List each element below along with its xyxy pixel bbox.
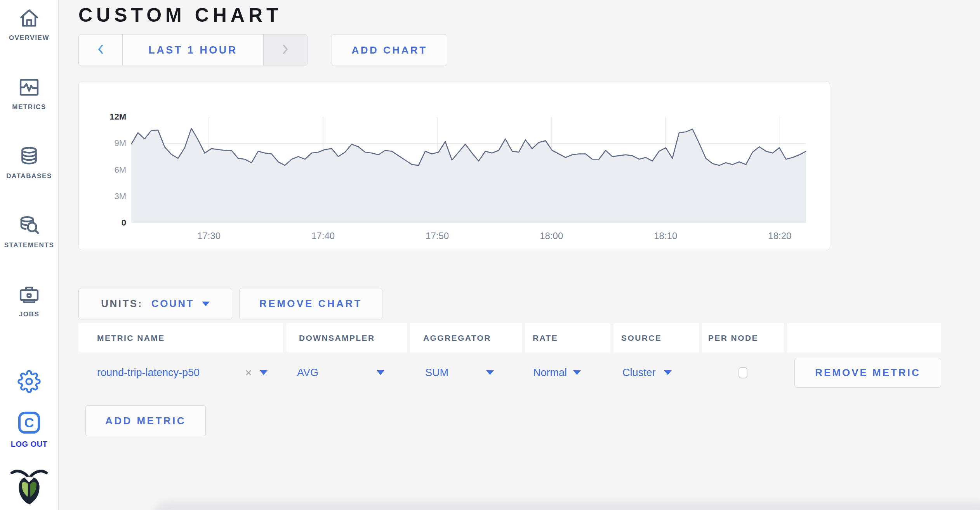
sidebar-item-label: STATEMENTS <box>4 241 54 249</box>
x-axis-tick: 18:20 <box>768 231 791 241</box>
sidebar-item-label: DATABASES <box>6 172 52 180</box>
sidebar-item-jobs[interactable]: JOBS <box>0 283 58 318</box>
metrics-icon <box>17 75 41 99</box>
sidebar: OVERVIEW METRICS DATABASES <box>0 0 59 510</box>
chevron-left-icon <box>96 42 105 59</box>
briefcase-icon <box>17 283 41 307</box>
units-value: COUNT <box>151 298 194 310</box>
sidebar-item-label: METRICS <box>12 103 46 111</box>
time-range-next-button[interactable] <box>263 35 307 66</box>
x-axis-tick: 17:40 <box>311 231 335 241</box>
remove-metric-button[interactable]: REMOVE METRIC <box>794 358 941 388</box>
caret-down-icon <box>260 370 268 375</box>
y-axis-tick: 3M <box>114 192 126 201</box>
units-label: UNITS: <box>101 298 143 310</box>
column-header-source: SOURCE <box>613 323 699 352</box>
sidebar-item-metrics[interactable]: METRICS <box>0 75 58 111</box>
time-range-prev-button[interactable] <box>79 35 123 66</box>
sidebar-item-label: OVERVIEW <box>9 34 49 42</box>
x-axis-tick: 18:10 <box>654 231 677 241</box>
logout-label: LOG OUT <box>11 440 48 449</box>
caret-down-icon <box>202 302 210 306</box>
add-metric-button[interactable]: ADD METRIC <box>85 405 206 436</box>
per-node-checkbox[interactable] <box>738 367 747 378</box>
aggregator-select[interactable]: SUM <box>410 352 522 393</box>
caret-down-icon <box>486 370 494 375</box>
x-axis-tick: 17:30 <box>197 231 221 241</box>
clear-metric-icon[interactable]: × <box>245 367 252 379</box>
chart-x-axis: 17:3017:4017:5018:0018:1018:20 <box>131 228 806 241</box>
sidebar-item-overview[interactable]: OVERVIEW <box>0 6 58 42</box>
settings-button[interactable] <box>17 370 41 395</box>
main-content: CUSTOM CHART LAST 1 HOUR ADD CHART <box>59 0 980 510</box>
chart-y-axis: 03M6M9M12M <box>79 117 126 223</box>
metric-name-select[interactable]: round-trip-latency-p50 <box>97 367 200 379</box>
column-header-per-node: PER NODE <box>702 323 784 352</box>
metrics-table: METRIC NAME DOWNSAMPLER AGGREGATOR RATE … <box>78 323 941 393</box>
add-chart-button[interactable]: ADD CHART <box>332 34 447 66</box>
column-header-downsampler: DOWNSAMPLER <box>286 323 407 352</box>
metrics-table-header: METRIC NAME DOWNSAMPLER AGGREGATOR RATE … <box>78 323 941 352</box>
sidebar-item-statements[interactable]: STATEMENTS <box>0 213 58 249</box>
y-axis-tick: 6M <box>114 166 126 174</box>
caret-down-icon <box>664 370 672 375</box>
logout-button[interactable]: C LOG OUT <box>11 410 48 449</box>
chevron-right-icon <box>281 42 290 59</box>
column-header-rate: RATE <box>525 323 610 352</box>
time-range-label[interactable]: LAST 1 HOUR <box>123 35 263 66</box>
gear-icon <box>17 388 41 394</box>
page-title: CUSTOM CHART <box>78 4 980 26</box>
downsampler-select[interactable]: AVG <box>286 352 407 393</box>
chart-plot[interactable] <box>131 117 806 223</box>
y-axis-tick: 0 <box>122 219 126 227</box>
time-range-picker: LAST 1 HOUR <box>78 34 308 66</box>
x-axis-tick: 17:50 <box>426 231 449 241</box>
rate-select[interactable]: Normal <box>525 352 610 393</box>
y-axis-tick: 9M <box>114 139 126 147</box>
database-icon <box>17 144 41 168</box>
column-header-metric-name: METRIC NAME <box>78 323 283 352</box>
cockroach-c-icon: C <box>17 410 42 437</box>
caret-down-icon <box>377 370 384 375</box>
source-select[interactable]: Cluster <box>613 352 699 393</box>
remove-chart-button[interactable]: REMOVE CHART <box>239 288 382 319</box>
cockroachdb-bug-icon <box>7 465 51 507</box>
table-row: round-trip-latency-p50 × AVG SUM Normal … <box>78 352 941 393</box>
svg-text:C: C <box>24 415 34 430</box>
caret-down-icon <box>573 370 581 375</box>
column-header-actions <box>787 323 941 352</box>
column-header-aggregator: AGGREGATOR <box>410 323 522 352</box>
sidebar-item-databases[interactable]: DATABASES <box>0 144 58 180</box>
chart-panel: 03M6M9M12M 17:3017:4017:5018:0018:1018:2… <box>78 81 830 250</box>
sidebar-item-label: JOBS <box>19 311 40 318</box>
home-icon <box>17 6 41 30</box>
units-dropdown[interactable]: UNITS: COUNT <box>78 288 232 319</box>
x-axis-tick: 18:00 <box>540 231 563 241</box>
statements-icon <box>17 213 41 238</box>
y-axis-tick: 12M <box>109 113 126 121</box>
